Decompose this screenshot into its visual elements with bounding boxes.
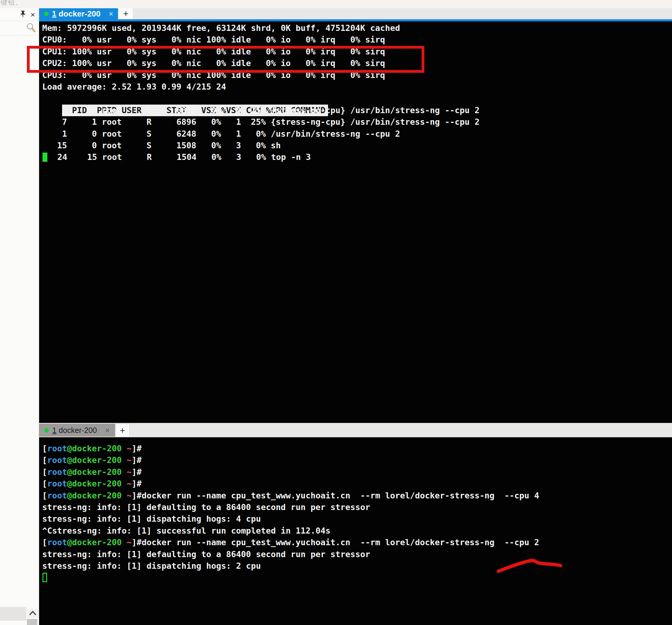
cursor-line <box>42 572 672 583</box>
connection-status-dot <box>44 428 49 433</box>
new-tab-button-bottom[interactable]: + <box>116 424 129 437</box>
left-sidebar: × <box>0 8 39 625</box>
stress-output-line: ^Cstress-ng: info: [1] successful run co… <box>42 525 672 537</box>
tab-label: docker-200 <box>59 426 97 435</box>
docker-run-cpu2-command: docker run --name cpu_test_www.yuchoait.… <box>142 537 539 547</box>
stress-output-line: stress-ng: info: [1] defaulting to a 864… <box>42 502 672 513</box>
new-tab-button-top[interactable]: + <box>119 8 133 19</box>
terminal-cursor-bottom <box>43 573 47 582</box>
tab-index: 1 <box>52 9 56 19</box>
tab-index: 1 <box>52 426 56 435</box>
tab-close-icon[interactable]: × <box>105 426 110 435</box>
red-annotation-box <box>27 46 424 73</box>
tab-docker-200-top[interactable]: 1 docker-200 × <box>39 8 118 19</box>
load-average-line: Load average: 2.52 1.93 0.99 4/215 24 <box>42 81 672 93</box>
sidebar-header: × <box>0 8 39 21</box>
sidebar-search-row <box>0 21 39 35</box>
process-row-with-cursor: 24 15 root R 1504 0% 3 0% top -n 3 <box>42 151 672 163</box>
top-terminal[interactable]: Mem: 5972996K used, 2019344K free, 63124… <box>39 21 672 423</box>
connection-status-dot <box>44 11 49 16</box>
prompt-command-line: [root@docker-200 ~]#docker run --name cp… <box>42 490 672 502</box>
sidebar-footer-block <box>0 607 26 621</box>
stress-output-line: stress-ng: info: [1] dispatching hogs: 2… <box>42 560 672 572</box>
prompt-line: [root@docker-200 ~]# <box>42 466 672 478</box>
prompt-line: [root@docker-200 ~]# <box>42 478 672 489</box>
process-table-header: PID PPID USER STAT VSZ %VSZ CPU %CPU COM… <box>42 93 672 104</box>
stress-output-line: stress-ng: info: [1] defaulting to a 864… <box>42 549 672 560</box>
process-row: 1 0 root S 6248 0% 1 0% /usr/bin/stress-… <box>42 128 672 140</box>
terminal-cursor-top <box>43 152 47 162</box>
clipped-background-text: 键钮。 <box>1 0 23 7</box>
search-icon[interactable] <box>26 22 36 34</box>
tab-close-icon[interactable]: × <box>109 9 114 18</box>
scrollbar-thumb[interactable] <box>27 619 37 625</box>
scroll-up-button[interactable] <box>27 608 39 618</box>
process-row: 15 0 root S 1508 0% 3 0% sh <box>42 140 672 151</box>
bottom-terminal[interactable]: [root@docker-200 ~]# [root@docker-200 ~]… <box>39 437 672 625</box>
red-squiggle-annotation <box>493 557 566 575</box>
stress-output-line: stress-ng: info: [1] dispatching hogs: 4… <box>42 513 672 525</box>
process-row: 7 1 root R 6896 0% 1 25% {stress-ng-cpu}… <box>42 116 672 128</box>
top-tab-bar: 1 docker-200 × + <box>39 8 672 19</box>
sidebar-close-icon[interactable]: × <box>30 11 35 19</box>
active-tab-accent-strip <box>39 19 672 21</box>
prompt-command-line: [root@docker-200 ~]#docker run --name cp… <box>42 537 672 548</box>
cpu0-line: CPU0: 0% usr 0% sys 0% nic 100% idle 0% … <box>42 34 672 46</box>
process-row: 8 1 root R 6896 0% 2 25% {stress-ng-cpu}… <box>42 104 672 116</box>
docker-run-cpu4-command: docker run --name cpu_test_www.yuchoait.… <box>142 491 539 500</box>
tab-label: docker-200 <box>58 9 100 19</box>
bottom-tab-bar: 1 docker-200 × + <box>39 423 672 437</box>
chevron-up-icon <box>28 610 38 616</box>
mem-line: Mem: 5972996K used, 2019344K free, 63124… <box>42 22 672 34</box>
pin-icon[interactable] <box>19 10 27 19</box>
prompt-line: [root@docker-200 ~]# <box>42 443 672 454</box>
prompt-line: [root@docker-200 ~]# <box>42 454 672 466</box>
tab-docker-200-bottom[interactable]: 1 docker-200 × <box>39 424 115 437</box>
